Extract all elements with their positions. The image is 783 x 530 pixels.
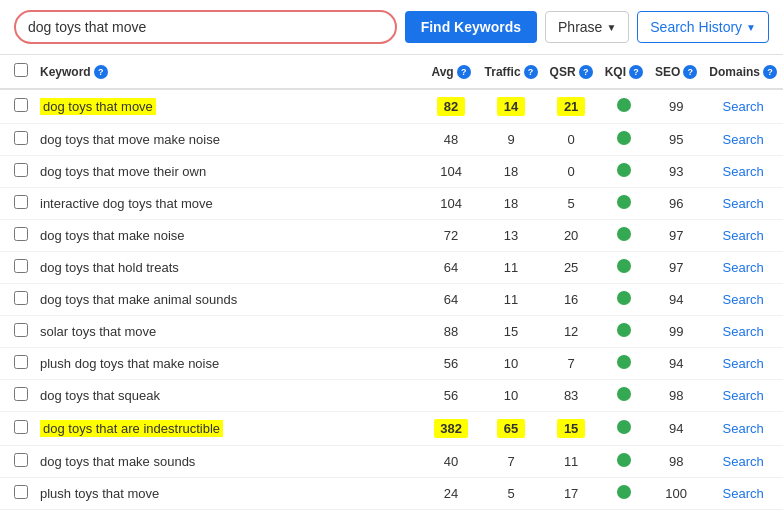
search-link[interactable]: Search	[723, 164, 764, 179]
keyword-text: dog toys that are indestructible	[40, 420, 223, 437]
find-keywords-button[interactable]: Find Keywords	[405, 11, 537, 43]
search-link[interactable]: Search	[723, 486, 764, 501]
search-input[interactable]	[14, 10, 397, 44]
row-checkbox-cell	[0, 316, 34, 348]
table-row: interactive dog toys that move10418596Se…	[0, 188, 783, 220]
seo-cell: 99	[649, 316, 703, 348]
search-link[interactable]: Search	[723, 228, 764, 243]
keyword-text: plush toys that move	[34, 478, 424, 510]
qsr-value: 21	[557, 97, 585, 116]
traffic-cell: 18	[479, 188, 544, 220]
traffic-info-icon[interactable]: ?	[524, 65, 538, 79]
table-row: dog toys that are indestructible38265159…	[0, 412, 783, 446]
row-checkbox-cell	[0, 188, 34, 220]
col-qsr: QSR ?	[544, 55, 599, 89]
avg-value: 382	[434, 419, 468, 438]
row-checkbox[interactable]	[14, 485, 28, 499]
qsr-cell: 83	[544, 380, 599, 412]
seo-cell: 97	[649, 220, 703, 252]
row-checkbox[interactable]	[14, 387, 28, 401]
row-checkbox[interactable]	[14, 227, 28, 241]
traffic-cell: 10	[479, 348, 544, 380]
domains-cell: Search	[703, 412, 783, 446]
row-checkbox-cell	[0, 478, 34, 510]
search-link[interactable]: Search	[723, 388, 764, 403]
search-link[interactable]: Search	[723, 356, 764, 371]
table-row: solar toys that move88151299Search	[0, 316, 783, 348]
seo-cell: 94	[649, 284, 703, 316]
row-checkbox[interactable]	[14, 163, 28, 177]
search-link[interactable]: Search	[723, 454, 764, 469]
seo-col-label: SEO	[655, 65, 680, 79]
keyword-text: dog toys that make noise	[34, 220, 424, 252]
domains-cell: Search	[703, 188, 783, 220]
seo-cell: 99	[649, 89, 703, 124]
keyword-text: dog toys that move	[40, 98, 156, 115]
col-seo: SEO ?	[649, 55, 703, 89]
phrase-arrow-icon: ▼	[606, 22, 616, 33]
row-checkbox[interactable]	[14, 291, 28, 305]
keyword-text: dog toys that hold treats	[34, 252, 424, 284]
avg-value: 82	[437, 97, 465, 116]
select-all-checkbox[interactable]	[14, 63, 28, 77]
domains-info-icon[interactable]: ?	[763, 65, 777, 79]
keyword-info-icon[interactable]: ?	[94, 65, 108, 79]
row-checkbox[interactable]	[14, 420, 28, 434]
kqi-dot-green-icon	[617, 291, 631, 305]
search-link[interactable]: Search	[723, 324, 764, 339]
domains-cell: Search	[703, 156, 783, 188]
avg-cell: 24	[424, 478, 479, 510]
kqi-info-icon[interactable]: ?	[629, 65, 643, 79]
qsr-info-icon[interactable]: ?	[579, 65, 593, 79]
search-history-button[interactable]: Search History ▼	[637, 11, 769, 43]
qsr-cell: 15	[544, 412, 599, 446]
traffic-cell: 7	[479, 446, 544, 478]
row-checkbox[interactable]	[14, 131, 28, 145]
traffic-cell: 5	[479, 478, 544, 510]
qsr-cell: 5	[544, 188, 599, 220]
domains-cell: Search	[703, 446, 783, 478]
kqi-cell	[599, 252, 649, 284]
table-row: dog toys that move their own10418093Sear…	[0, 156, 783, 188]
avg-info-icon[interactable]: ?	[457, 65, 471, 79]
search-link[interactable]: Search	[723, 421, 764, 436]
table-row: dog toys that move make noise489095Searc…	[0, 124, 783, 156]
row-checkbox[interactable]	[14, 259, 28, 273]
row-checkbox-cell	[0, 446, 34, 478]
domains-cell: Search	[703, 284, 783, 316]
row-checkbox-cell	[0, 380, 34, 412]
search-link[interactable]: Search	[723, 292, 764, 307]
kqi-dot-green-icon	[617, 131, 631, 145]
row-checkbox[interactable]	[14, 355, 28, 369]
seo-cell: 96	[649, 188, 703, 220]
table-row: dog toys that move82142199Search	[0, 89, 783, 124]
row-checkbox-cell	[0, 89, 34, 124]
col-avg: Avg ?	[424, 55, 479, 89]
search-link[interactable]: Search	[723, 132, 764, 147]
table-row: plush toys that move24517100Search	[0, 478, 783, 510]
keyword-table-wrap: Keyword ? Avg ? Traffic ?	[0, 55, 783, 510]
traffic-cell: 18	[479, 156, 544, 188]
row-checkbox[interactable]	[14, 98, 28, 112]
kqi-dot-green-icon	[617, 163, 631, 177]
avg-cell: 104	[424, 156, 479, 188]
table-row: plush dog toys that make noise5610794Sea…	[0, 348, 783, 380]
qsr-cell: 16	[544, 284, 599, 316]
keyword-cell: dog toys that move	[34, 89, 424, 124]
seo-cell: 94	[649, 412, 703, 446]
row-checkbox[interactable]	[14, 195, 28, 209]
kqi-dot-green-icon	[617, 453, 631, 467]
seo-info-icon[interactable]: ?	[683, 65, 697, 79]
search-link[interactable]: Search	[723, 99, 764, 114]
traffic-cell: 65	[479, 412, 544, 446]
row-checkbox[interactable]	[14, 323, 28, 337]
keyword-col-label: Keyword	[40, 65, 91, 79]
kqi-cell	[599, 89, 649, 124]
kqi-cell	[599, 380, 649, 412]
search-link[interactable]: Search	[723, 196, 764, 211]
keyword-text: plush dog toys that make noise	[34, 348, 424, 380]
row-checkbox[interactable]	[14, 453, 28, 467]
avg-cell: 64	[424, 252, 479, 284]
phrase-button[interactable]: Phrase ▼	[545, 11, 629, 43]
search-link[interactable]: Search	[723, 260, 764, 275]
